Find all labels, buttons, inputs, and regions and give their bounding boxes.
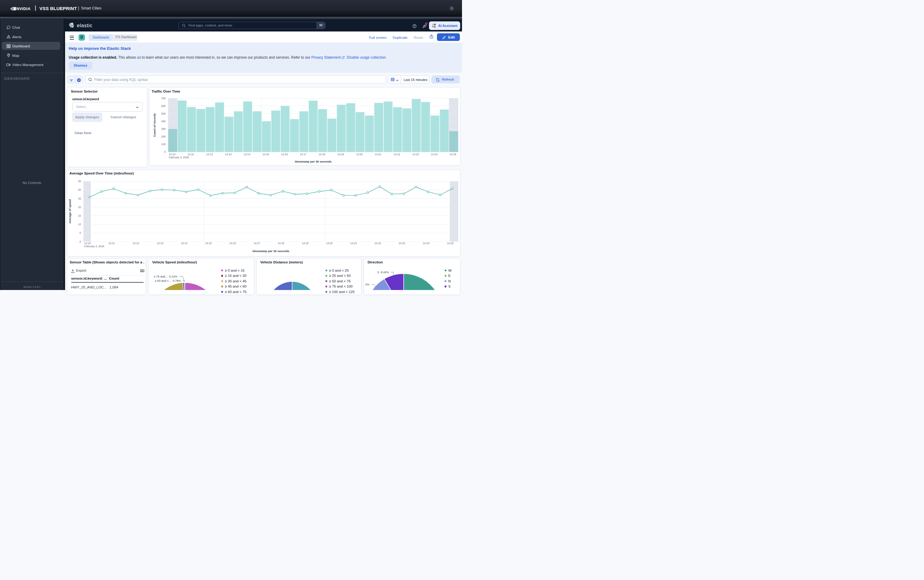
svg-text:200: 200 [161, 135, 166, 138]
svg-text:14:22: 14:22 [394, 153, 400, 156]
svg-text:5: 5 [79, 231, 81, 234]
svg-text:timestamp per 30 seconds: timestamp per 30 seconds [252, 249, 289, 252]
svg-text:20: 20 [78, 206, 81, 209]
svg-text:700: 700 [161, 97, 166, 100]
svg-text:14:13: 14:13 [225, 153, 232, 156]
svg-text:14:23: 14:23 [412, 153, 419, 156]
svg-text:14:13: 14:13 [157, 242, 163, 245]
svg-text:14:11: 14:11 [109, 242, 115, 245]
svg-text:14:14: 14:14 [244, 153, 250, 156]
svg-text:30: 30 [78, 188, 81, 191]
svg-text:14:16: 14:16 [229, 242, 236, 245]
svg-text:14:17: 14:17 [254, 242, 260, 245]
svg-text:14:25: 14:25 [447, 242, 454, 245]
svg-text:14:23: 14:23 [399, 242, 405, 245]
svg-text:14:12: 14:12 [133, 242, 139, 245]
svg-text:10: 10 [78, 223, 81, 226]
svg-text:14:24: 14:24 [423, 242, 430, 245]
svg-text:14:19: 14:19 [302, 242, 309, 245]
svg-text:14:21: 14:21 [375, 153, 382, 156]
svg-text:500: 500 [161, 112, 166, 115]
svg-text:14:19: 14:19 [337, 153, 344, 156]
svg-text:0: 0 [79, 240, 81, 243]
svg-text:14:24: 14:24 [431, 153, 438, 156]
svg-text:14:17: 14:17 [300, 153, 307, 156]
svg-text:14:18: 14:18 [319, 153, 325, 156]
svg-text:February 3, 2026: February 3, 2026 [84, 244, 104, 247]
svg-text:0: 0 [164, 150, 166, 153]
svg-text:14:10: 14:10 [169, 153, 176, 156]
svg-text:Average of speed: Average of speed [68, 199, 71, 224]
svg-text:14:21: 14:21 [350, 242, 357, 245]
svg-text:February 3, 2026: February 3, 2026 [169, 156, 189, 159]
svg-text:300: 300 [161, 127, 166, 130]
svg-text:14:16: 14:16 [281, 153, 288, 156]
svg-text:14:18: 14:18 [278, 242, 285, 245]
svg-text:15: 15 [78, 214, 81, 217]
svg-text:14:25: 14:25 [450, 153, 456, 156]
svg-text:14:15: 14:15 [205, 242, 212, 245]
svg-text:Count of records: Count of records [153, 114, 156, 137]
svg-text:14:20: 14:20 [356, 153, 363, 156]
svg-text:25: 25 [78, 197, 81, 200]
svg-text:14:14: 14:14 [181, 242, 188, 245]
svg-text:100: 100 [161, 143, 166, 146]
svg-text:14:20: 14:20 [326, 242, 333, 245]
svg-text:14:15: 14:15 [262, 153, 269, 156]
svg-text:14:12: 14:12 [206, 153, 213, 156]
svg-text:timestamp per 30 seconds: timestamp per 30 seconds [295, 160, 332, 163]
svg-text:14:11: 14:11 [188, 153, 194, 156]
svg-text:400: 400 [161, 120, 166, 123]
svg-text:14:22: 14:22 [374, 242, 381, 245]
svg-text:600: 600 [161, 104, 166, 107]
svg-text:35: 35 [78, 180, 81, 183]
